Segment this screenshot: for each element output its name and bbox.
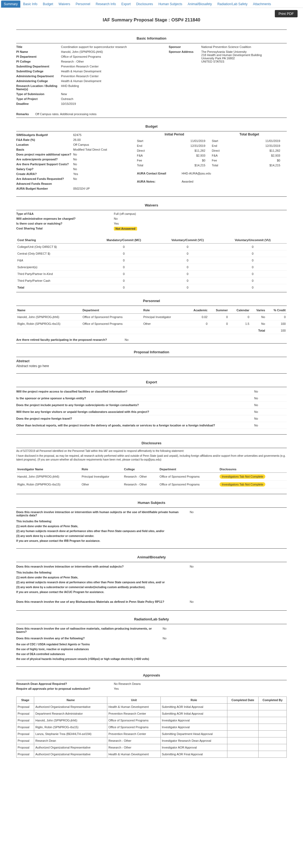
field-value: 10/15/2019 xyxy=(61,102,158,105)
sponsor-label: Sponsor xyxy=(169,45,201,49)
tab-disclosures[interactable]: Disclosures xyxy=(133,1,156,8)
total-budget-header: Total Budget xyxy=(212,132,287,138)
print-pdf-button[interactable]: Print PDF xyxy=(275,10,298,17)
field-value: 0502324 UP xyxy=(73,187,90,190)
field-label: Type of F&A xyxy=(16,212,114,215)
field-label: PI College xyxy=(16,60,61,63)
approvals-cell: Investigator Approval xyxy=(160,724,227,731)
cs-vc: 0 xyxy=(157,264,219,271)
cs-name: Subrecipient(s) xyxy=(16,264,91,271)
human-a: No xyxy=(190,510,222,517)
approvals-cell: Prevention Research Center xyxy=(107,731,161,737)
tab-research-info[interactable]: Research Info xyxy=(93,1,119,8)
field-label: Submitting College xyxy=(16,70,61,73)
period-value: 12/31/2019 xyxy=(190,144,212,147)
disc-cell: Office of Sponsored Programs xyxy=(158,480,218,489)
period-value: $2,933 xyxy=(271,154,287,157)
cs-mc: 0 xyxy=(91,284,157,291)
not-complete-badge: Investigators Tab Not Complete xyxy=(219,482,265,487)
personnel-cell: 0 xyxy=(229,314,250,320)
sub-text: the use of DEA controlled substances xyxy=(16,652,287,656)
period-value: $2,933 xyxy=(196,154,212,157)
sub-text: the use of CDC / USDA regulated Select A… xyxy=(16,643,287,646)
cs-vu: 0 xyxy=(218,284,287,291)
field-label: Is there cost share or matching? xyxy=(16,222,114,225)
period-value: $14,215 xyxy=(269,164,287,167)
approvals-col: Name xyxy=(34,697,107,704)
approvals-cell: Lanza, Stephanie Trea (BEHHLTH-sxl194) xyxy=(34,731,107,737)
export-answer: No xyxy=(254,424,287,427)
personnel-col: Role xyxy=(142,307,185,314)
animal-a2: No xyxy=(190,600,222,603)
personnel-col: Name xyxy=(16,307,81,314)
period-label: Start xyxy=(137,139,190,143)
period-label: End xyxy=(212,144,265,147)
disclosures-intro2: I have disclosed in the proposal, as may… xyxy=(16,454,287,462)
sub-text: (2) any human subjects research done at … xyxy=(16,529,287,533)
period-value: 11/01/2019 xyxy=(265,139,287,143)
tab-export[interactable]: Export xyxy=(119,1,133,8)
approvals-cell xyxy=(227,731,259,737)
approvals-cell: Proposal xyxy=(17,731,34,737)
approvals-cell: Proposal xyxy=(17,737,34,744)
field-value: Prevention Research Center xyxy=(61,74,158,78)
approvals-cell: Office of Sponsored Programs xyxy=(107,724,161,731)
cs-mc: 0 xyxy=(91,264,157,271)
tab-basic-info[interactable]: Basic Info xyxy=(20,1,40,8)
period-label: Direct xyxy=(212,149,270,152)
personnel-total-label: Total xyxy=(16,327,266,334)
field-value: Full (off campus) xyxy=(114,212,136,215)
approvals-cell xyxy=(259,751,287,758)
approvals-cell: Health & Human Development xyxy=(107,751,161,758)
sub-text: the use of physical hazards including pr… xyxy=(16,657,287,661)
approvals-cell xyxy=(259,731,287,737)
tab-personnel[interactable]: Personnel xyxy=(73,1,93,8)
personnel-col: Academic xyxy=(185,307,208,314)
personnel-cell: Hanold, John (SPNPROG-jhh6) xyxy=(16,314,81,320)
approvals-cell: Office of Sponsored Programs xyxy=(107,717,161,724)
approvals-cell: Proposal xyxy=(17,704,34,710)
tab-human-subjects[interactable]: Human Subjects xyxy=(156,1,185,8)
field-value: Prevention Research Center xyxy=(61,65,158,68)
tab-waivers[interactable]: Waivers xyxy=(56,1,73,8)
sub-text: (2) any animal subjects research done at… xyxy=(16,581,287,584)
period-value: $11,282 xyxy=(269,149,287,152)
export-question: Does the project include payment to any … xyxy=(16,403,254,407)
disc-cell: Other xyxy=(81,480,123,489)
personnel-cell: Principal Investigator xyxy=(142,314,185,320)
period-label: Total xyxy=(212,164,270,167)
tab-summary[interactable]: Summary xyxy=(1,1,20,8)
radiation-a2: No xyxy=(162,637,195,640)
sub-text: This includes the following: xyxy=(16,571,287,575)
tab-budget[interactable]: Budget xyxy=(40,1,56,8)
disc-col: College xyxy=(123,466,158,473)
field-value: Hanold, John (SPNPROG-jhh6) xyxy=(61,50,158,53)
approvals-cell xyxy=(259,724,287,731)
disc-col: Disclosures xyxy=(218,466,287,473)
export-answer: No xyxy=(254,403,287,407)
tab-radiation-lab-safety[interactable]: Radiation/Lab Safety xyxy=(215,1,250,8)
personnel-cell: 100 xyxy=(266,320,287,327)
disc-col: Investigator Name xyxy=(16,466,81,473)
approvals-cell: Proposal xyxy=(17,724,34,731)
cs-name: College/Unit (Only DIRECT $) xyxy=(16,244,91,250)
field-label: Location xyxy=(16,143,73,146)
tab-animal-biosafety[interactable]: Animal/Biosafety xyxy=(185,1,215,8)
export-question: Other than technical reports, will the p… xyxy=(16,424,254,427)
cs-vu: 0 xyxy=(218,250,287,257)
approvals-col: Role xyxy=(160,697,227,704)
approvals-col: Completed By xyxy=(259,697,287,704)
field-label: Basis xyxy=(16,148,73,151)
field-label: Are there Participant Support Costs? xyxy=(16,162,73,166)
approvals-cell: Riglin, Robin (SPNPROG-rbs15) xyxy=(34,724,107,731)
period-label: End xyxy=(137,144,190,147)
field-value: No xyxy=(73,153,77,156)
disc-cell: Principal Investigator xyxy=(81,473,123,480)
disc-cell: Hanold, John (SPNPROG-jhh6) xyxy=(16,473,81,480)
cs-mc: 0 xyxy=(91,257,157,264)
period-value: $0 xyxy=(277,159,287,162)
cs-name: F&A xyxy=(16,257,91,264)
approvals-cell: Proposal xyxy=(17,744,34,751)
tab-attachments[interactable]: Attachments xyxy=(250,1,274,8)
cs-name: Total xyxy=(16,284,91,291)
